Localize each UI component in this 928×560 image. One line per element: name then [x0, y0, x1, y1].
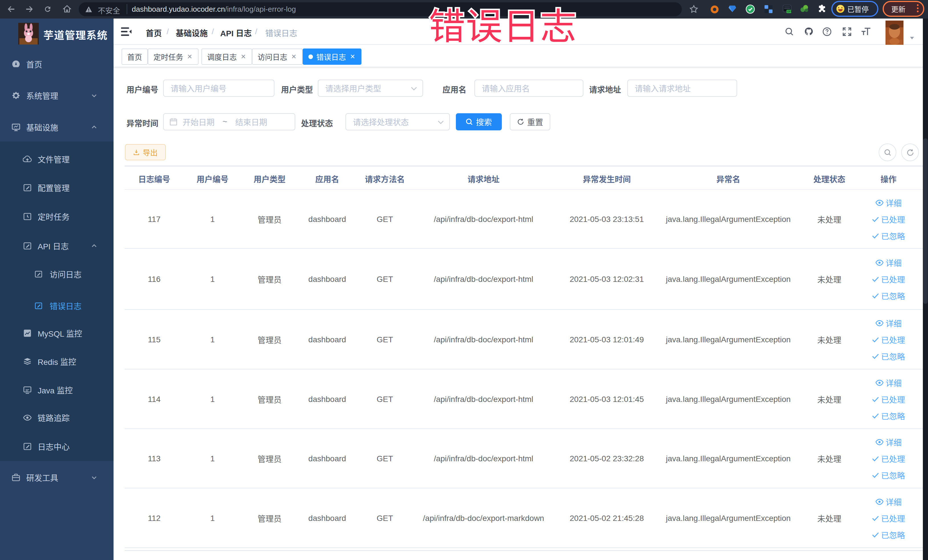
svg-text:OFF: OFF [787, 10, 792, 13]
